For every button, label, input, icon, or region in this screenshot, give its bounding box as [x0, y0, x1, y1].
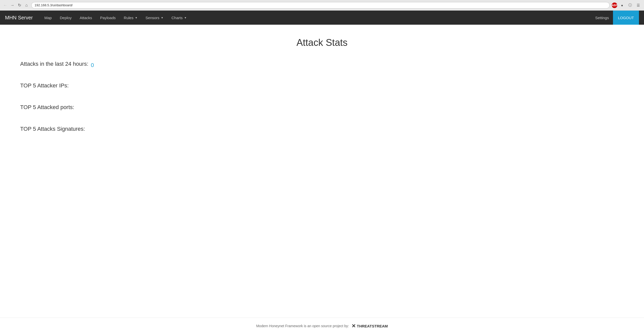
nav-item-deploy[interactable]: Deploy — [56, 11, 76, 25]
stat-label-attacks: Attacks in the last 24 hours: — [20, 61, 88, 67]
forward-button[interactable]: → — [10, 3, 15, 8]
threatstream-logo: ✕ THREATSTREAM — [352, 323, 388, 329]
stat-top5-ips: TOP 5 Attacker IPs: — [20, 82, 624, 91]
nav-item-payloads[interactable]: Payloads — [96, 11, 120, 25]
stat-attacks-24h: Attacks in the last 24 hours: 0 — [20, 61, 624, 70]
nav-label-deploy: Deploy — [60, 16, 72, 20]
nav-label-rules: Rules — [124, 16, 133, 20]
stat-top5-ports: TOP 5 Attacked ports: — [20, 104, 624, 113]
browser-actions: ABP ● ⓘ ☰ — [612, 2, 641, 9]
settings-label: Settings — [595, 16, 609, 20]
nav-item-sensors[interactable]: Sensors ▼ — [141, 11, 167, 25]
nav-item-attacks[interactable]: Attacks — [76, 11, 96, 25]
nav-label-attacks: Attacks — [80, 16, 92, 20]
extensions-icon[interactable]: ● — [619, 2, 625, 9]
stat-value-attacks: 0 — [91, 62, 94, 69]
stat-top5-signatures: TOP 5 Attacks Signatures: — [20, 126, 624, 135]
nav-item-map[interactable]: Map — [40, 11, 56, 25]
stat-label-signatures: TOP 5 Attacks Signatures: — [20, 126, 85, 132]
url-text: 192.168.5.3/ui/dashboard/ — [35, 3, 73, 7]
browser-nav-buttons: ← → ↻ ⌂ — [3, 3, 29, 8]
nav-item-charts[interactable]: Charts ▼ — [167, 11, 191, 25]
nav-label-charts: Charts — [171, 16, 183, 20]
navbar: MHN Server Map Deploy Attacks Payloads R… — [0, 11, 644, 25]
stat-row-ips: TOP 5 Attacker IPs: — [20, 82, 624, 91]
stat-row-attacks: Attacks in the last 24 hours: 0 — [20, 61, 624, 70]
adblock-icon[interactable]: ABP — [612, 3, 617, 8]
nav-item-rules[interactable]: Rules ▼ — [120, 11, 141, 25]
navbar-nav: Map Deploy Attacks Payloads Rules ▼ Sens… — [40, 11, 591, 25]
reload-button[interactable]: ↻ — [17, 3, 22, 8]
threatstream-logo-icon: ✕ — [352, 323, 356, 329]
sensors-dropdown-arrow: ▼ — [161, 16, 163, 19]
settings-link[interactable]: Settings — [591, 11, 613, 25]
nav-label-payloads: Payloads — [100, 16, 116, 20]
nav-label-map: Map — [44, 16, 52, 20]
menu-icon[interactable]: ☰ — [635, 2, 641, 9]
stat-row-ports: TOP 5 Attacked ports: — [20, 104, 624, 113]
browser-chrome: ← → ↻ ⌂ 192.168.5.3/ui/dashboard/ ABP ● … — [0, 0, 644, 11]
stat-label-ips: TOP 5 Attacker IPs: — [20, 82, 69, 89]
threatstream-logo-text: THREATSTREAM — [357, 324, 388, 328]
footer-text: Modern Honeynet Framework is an open sou… — [256, 324, 349, 328]
nav-label-sensors: Sensors — [145, 16, 159, 20]
home-button[interactable]: ⌂ — [24, 3, 29, 8]
footer: Modern Honeynet Framework is an open sou… — [0, 318, 644, 334]
info-icon[interactable]: ⓘ — [627, 2, 633, 9]
address-bar[interactable]: 192.168.5.3/ui/dashboard/ — [31, 2, 610, 9]
navbar-right: Settings LOGOUT — [591, 11, 639, 25]
charts-dropdown-arrow: ▼ — [184, 16, 187, 19]
navbar-brand[interactable]: MHN Server — [5, 15, 33, 21]
rules-dropdown-arrow: ▼ — [135, 16, 137, 19]
stat-label-ports: TOP 5 Attacked ports: — [20, 104, 74, 111]
main-content: Attack Stats Attacks in the last 24 hour… — [0, 25, 644, 318]
logout-button[interactable]: LOGOUT — [613, 11, 639, 25]
page-title: Attack Stats — [20, 37, 624, 48]
stat-row-signatures: TOP 5 Attacks Signatures: — [20, 126, 624, 135]
back-button[interactable]: ← — [3, 3, 8, 8]
